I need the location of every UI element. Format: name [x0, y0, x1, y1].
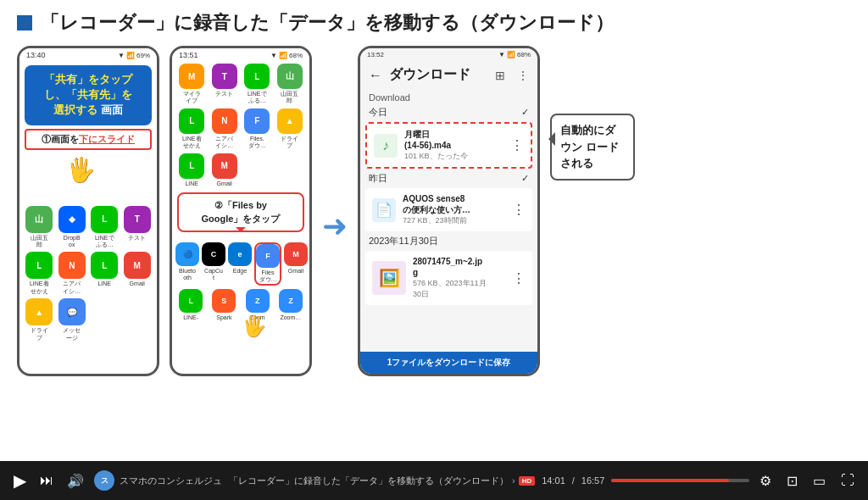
app-icon-nearby: N ニアバイシ… [58, 252, 87, 295]
more-icon: ⋮ [517, 69, 529, 82]
next-button[interactable]: ⏭ [36, 473, 57, 488]
slide-underline: 下にスライド [79, 134, 135, 144]
volume-button[interactable]: 🔊 [64, 473, 87, 489]
settings-button[interactable]: ⚙ [756, 473, 775, 489]
p2-edge: e Edge [228, 242, 252, 286]
title-icon [17, 15, 32, 31]
page-title: 「レコーダー」に録音した「データ」を移動する（ダウンロード） [41, 10, 614, 36]
right-controls: ⚙ ⊡ ▭ ⛶ [756, 473, 858, 489]
control-bar: ▶ ⏭ 🔊 ス スマホのコンシェルジュ 「レコーダー」に録音した「データ」を移動… [0, 461, 868, 500]
p2-test: T テスト [210, 64, 240, 105]
breadcrumb-sep: › [512, 475, 515, 486]
play-button[interactable]: ▶ [10, 470, 30, 491]
gmail-icon: M [124, 252, 151, 279]
section-date: 2023年11月30日 [360, 233, 537, 249]
grid-icon: ⊞ [495, 69, 505, 82]
phone2-statusbar: 13:51 ▼ 📶 68% [172, 48, 309, 62]
more-btn-old[interactable]: ⋮ [512, 270, 526, 286]
p2-zoom2: Z Zoom… [275, 289, 306, 321]
miniplayer-button[interactable]: ⊡ [783, 473, 801, 489]
app-icon-line2: L LINE [90, 252, 120, 295]
doc-file-icon: 📄 [372, 198, 396, 222]
phone3-statusbar: 13:52 ▼ 📶 68% [360, 48, 537, 61]
p2-capcut: C CapCut [202, 242, 225, 286]
music-file-icon: ♪ [374, 134, 398, 158]
app-icon-gmail: M Gmail [123, 252, 153, 295]
drive-icon: ▲ [25, 298, 53, 325]
phone1-blue-line2: し、「共有先」を [44, 88, 132, 101]
file-item-old: 🖼️ 28071475_m~2.jpg 576 KB、2023年11月30日 ⋮ [365, 251, 532, 305]
app-icon-yamada: 山 山田五郎 [25, 206, 54, 249]
nearby-icon: N [58, 252, 86, 279]
phone1-status-icons: ▼ 📶 69% [118, 51, 150, 59]
p2-gmail: M Gmail [210, 153, 240, 187]
line1-icon: L [91, 206, 118, 233]
line2-icon: L [91, 252, 118, 279]
p2-drive: ▲ ドライブ [275, 108, 305, 150]
more-btn-today[interactable]: ⋮ [510, 137, 524, 153]
phone3-time: 13:52 [367, 51, 384, 58]
phone2-status-icons: ▼ 📶 68% [270, 51, 303, 59]
title-bar: 「レコーダー」に録音した「データ」を移動する（ダウンロード） [0, 0, 868, 42]
phone1-app-grid: 山 山田五郎 ◆ DropBox L LINEでふる… T テスト L LI [19, 203, 157, 345]
app-icon-dropbox: ◆ DropBox [58, 206, 87, 249]
phone1-time: 13:40 [26, 51, 46, 59]
phone1-blue-line1: 「共有」をタップ [44, 73, 132, 86]
video-title-bar: 「レコーダー」に録音した「データ」を移動する（ダウンロード） › HD [229, 475, 535, 487]
app-icon-line1: L LINEでふる… [90, 206, 120, 249]
p2-files-highlighted: F Filesダウ… [254, 242, 281, 286]
phone2-bottom-grid2: L LINE- S Spark Z Zoom Z Zoom… [172, 287, 309, 323]
theater-button[interactable]: ▭ [810, 473, 829, 489]
app-icon-test: T テスト [123, 206, 153, 249]
time-current: 14:01 [542, 475, 565, 486]
back-arrow-icon: ← [369, 68, 382, 83]
p2-mylife: M マイライブ [177, 64, 207, 105]
p2-line: L LINE [177, 153, 207, 187]
arrow-right-icon: ➜ [322, 208, 348, 244]
phone1-slide-label: ①画面を下にスライド [25, 129, 152, 150]
phone3-title: ダウンロード [389, 66, 470, 84]
section-yesterday: 昨日 ✓ [360, 170, 537, 186]
p2-yamada: 山 山田五郎 [275, 64, 305, 105]
phone2: 13:51 ▼ 📶 68% M マイライブ T テスト L [170, 46, 312, 376]
hand-cursor-icon: 🖐️ [66, 156, 96, 184]
phone1-blue-box: 「共有」をタップ し、「共有先」を 選択する 画面 [25, 65, 152, 125]
phone1-statusbar: 13:40 ▼ 📶 69% [19, 48, 157, 62]
img-file-icon: 🖼️ [372, 261, 406, 295]
app-icon-drive: ▲ ドライブ [25, 298, 54, 342]
more-btn-yesterday[interactable]: ⋮ [512, 202, 526, 218]
yamada-icon: 山 [25, 206, 53, 233]
file-item-yesterday: 📄 AQUOS sense8の便利な使い方… 727 KB、23時間前 ⋮ [365, 188, 532, 231]
video-area: 「レコーダー」に録音した「データ」を移動する（ダウンロード） 13:40 ▼ 📶… [0, 0, 868, 461]
app-icon-line-kisekae: L LINE着せかえ [25, 252, 54, 295]
p2-line2: L LINE- [175, 289, 206, 321]
phone1: 13:40 ▼ 📶 69% 「共有」をタップ し、「共有先」を 選択する 画面 … [17, 46, 159, 376]
channel-logo: ス スマホのコンシェルジュ [94, 470, 222, 491]
progress-container: 14:01 / 16:57 [542, 475, 749, 486]
fullscreen-button[interactable]: ⛶ [837, 473, 858, 488]
check-icon-2: ✓ [521, 173, 529, 184]
phone2-hand-icon: 🖐️ [242, 314, 267, 338]
line-kisekae-icon: L [25, 252, 53, 279]
messages-icon: 💬 [58, 298, 86, 325]
file-info-today: 月曜日(14-56).m4a 101 KB、たった今 [404, 129, 504, 162]
channel-name: スマホのコンシェルジュ [120, 475, 222, 487]
phone3-bottom-bar: 1ファイルをダウンロードに保存 [360, 352, 537, 374]
phone3-status-icons: ▼ 📶 68% [498, 51, 531, 58]
content-area: 13:40 ▼ 📶 69% 「共有」をタップ し、「共有先」を 選択する 画面 … [0, 42, 868, 407]
file-info-yesterday: AQUOS sense8の便利な使い方… 727 KB、23時間前 [403, 193, 505, 226]
hd-badge: HD [519, 476, 536, 486]
phone1-hand-area: 🖐️ ↑ [19, 152, 157, 203]
p2-line-kisekae: L LINE着せかえ [177, 108, 207, 150]
channel-icon: ス [94, 470, 114, 491]
file-item-today: ♪ 月曜日(14-56).m4a 101 KB、たった今 ⋮ [365, 122, 532, 169]
phone2-bottom-grid: 🔵 Bluetooth C CapCut e Edge F Filesダウ… M [172, 236, 309, 287]
phone3: 13:52 ▼ 📶 68% ← ダウンロード ⊞ ⋮ Download 今日 ✓ [358, 46, 540, 376]
p2-spark: S Spark [209, 289, 239, 321]
phone3-header: ← ダウンロード ⊞ ⋮ [360, 61, 537, 89]
callout-bubble: 自動的にダウン ロードされる [550, 114, 635, 181]
section-today: 今日 ✓ [360, 104, 537, 120]
test-icon: T [124, 206, 151, 233]
progress-bar[interactable] [611, 479, 749, 482]
phone1-blue-line3: 選択する 画面 [53, 103, 123, 116]
